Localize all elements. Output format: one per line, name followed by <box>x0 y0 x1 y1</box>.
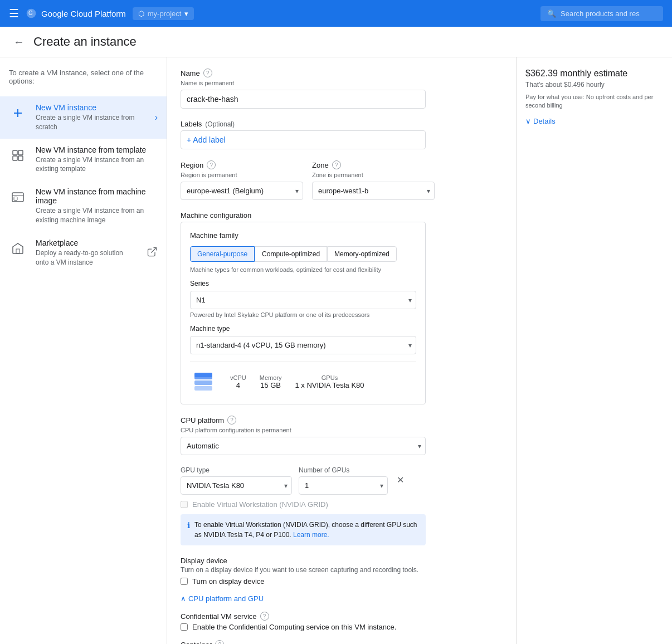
container-help-icon[interactable]: ? <box>215 640 224 644</box>
svg-rect-5 <box>13 156 17 160</box>
display-device-checkbox[interactable] <box>181 578 188 585</box>
svg-rect-14 <box>194 380 212 385</box>
chevron-down-icon: ∨ <box>525 117 531 125</box>
machine-family-tabs: General-purpose Compute-optimized Memory… <box>190 246 416 262</box>
memory-spec: Memory 15 GB <box>260 374 282 389</box>
confidential-help-icon[interactable]: ? <box>260 612 269 621</box>
enable-vws-checkbox[interactable] <box>181 501 188 508</box>
vm-template-title: New VM instance from template <box>36 145 158 154</box>
menu-icon[interactable]: ☰ <box>9 7 19 20</box>
display-device-title: Display device <box>181 557 503 565</box>
tab-memory-optimized[interactable]: Memory-optimized <box>327 246 397 262</box>
vm-template-content: New VM instance from template Create a s… <box>36 145 158 174</box>
machine-config-box: Machine family General-purpose Compute-o… <box>181 222 426 404</box>
remove-gpu-button[interactable]: ✕ <box>395 472 406 487</box>
sidebar-item-vm-image[interactable]: New VM instance from machine image Creat… <box>0 180 167 232</box>
cost-details-link[interactable]: ∨ Details <box>525 117 663 125</box>
svg-rect-7 <box>18 156 23 160</box>
learn-more-link[interactable]: Learn more. <box>293 531 329 539</box>
vcpu-spec: vCPU 4 <box>230 374 246 389</box>
enable-vws-row: Enable Virtual Workstation (NVIDIA GRID) <box>181 500 503 509</box>
main-layout: To create a VM instance, select one of t… <box>0 57 672 644</box>
num-gpus-select-wrap: 1 ▾ <box>299 476 388 495</box>
display-device-checkbox-row: Turn on display device <box>181 577 503 586</box>
project-name: my-project <box>148 9 182 18</box>
display-device-section: Display device Turn on a display device … <box>181 557 503 586</box>
name-help-icon[interactable]: ? <box>203 69 212 77</box>
container-title: Container ? <box>181 640 503 644</box>
marketplace-desc: Deploy a ready-to-go solution onto a VM … <box>36 248 138 267</box>
zone-select[interactable]: europe-west1-b <box>312 182 435 200</box>
search-bar[interactable]: 🔍 Search products and res <box>540 6 663 21</box>
confidential-checkbox[interactable] <box>181 623 188 631</box>
num-gpus-select[interactable]: 1 <box>299 476 388 495</box>
gpu-type-select[interactable]: NVIDIA Tesla K80 <box>181 476 292 495</box>
chevron-right-icon: › <box>155 113 158 123</box>
svg-rect-13 <box>194 386 212 391</box>
marketplace-title: Marketplace <box>36 238 138 247</box>
project-dots: ⬡ <box>138 9 144 18</box>
sidebar-item-marketplace[interactable]: Marketplace Deploy a ready-to-go solutio… <box>0 232 167 274</box>
confidential-checkbox-row: Enable the Confidential Computing servic… <box>181 623 503 631</box>
labels-optional: (Optional) <box>205 120 235 128</box>
project-selector[interactable]: ⬡ my-project ▾ <box>133 7 194 20</box>
gpus-label: GPUs <box>295 374 364 381</box>
series-select-wrap: N1 ▾ <box>190 291 416 309</box>
region-sublabel: Region is permanent <box>181 172 303 178</box>
svg-rect-11 <box>16 249 20 253</box>
cpu-platform-select[interactable]: Automatic <box>181 437 426 455</box>
machine-config-label: Machine configuration <box>181 211 503 219</box>
tab-general-purpose[interactable]: General-purpose <box>190 246 255 262</box>
region-help-icon[interactable]: ? <box>207 160 216 169</box>
zone-field: Zone ? Zone is permanent europe-west1-b … <box>312 160 435 200</box>
machine-family-label: Machine family <box>190 231 416 240</box>
gpu-type-field: GPU type NVIDIA Tesla K80 ▾ <box>181 466 292 495</box>
gpus-spec: GPUs 1 x NVIDIA Tesla K80 <box>295 374 364 389</box>
region-select[interactable]: europe-west1 (Belgium) <box>181 182 303 200</box>
marketplace-icon <box>9 240 27 257</box>
svg-line-12 <box>151 248 156 253</box>
template-icon <box>9 147 27 164</box>
gcp-title: Google Cloud Platform <box>41 9 126 18</box>
labels-label: Labels (Optional) <box>181 120 503 128</box>
svg-rect-6 <box>18 150 23 155</box>
memory-value: 15 GB <box>260 381 282 389</box>
gpus-value: 1 x NVIDIA Tesla K80 <box>295 381 364 389</box>
sidebar-item-vm-template[interactable]: New VM instance from template Create a s… <box>0 139 167 181</box>
series-select[interactable]: N1 <box>190 291 416 309</box>
vm-image-desc: Create a single VM instance from an exis… <box>36 206 158 225</box>
new-vm-title: New VM instance <box>36 103 146 112</box>
gpu-section: GPU type NVIDIA Tesla K80 ▾ Number of GP… <box>181 466 503 545</box>
top-navigation: ☰ G Google Cloud Platform ⬡ my-project ▾… <box>0 0 672 27</box>
back-icon[interactable]: ← <box>13 36 25 48</box>
confidential-label: Enable the Confidential Computing servic… <box>192 623 396 631</box>
svg-rect-16 <box>194 373 212 377</box>
num-gpus-label: Number of GPUs <box>299 466 388 474</box>
cost-note: Pay for what you use: No upfront costs a… <box>525 93 663 110</box>
monthly-estimate: $362.39 monthly estimate <box>525 69 663 79</box>
cpu-gpu-collapse-link[interactable]: ∧ CPU platform and GPU <box>181 594 503 603</box>
vcpu-value: 4 <box>230 381 246 389</box>
page-title: Create an instance <box>33 35 137 49</box>
machine-specs: vCPU 4 Memory 15 GB GPUs 1 x NVIDIA Tesl… <box>190 361 416 395</box>
zone-help-icon[interactable]: ? <box>332 160 341 169</box>
cpu-platform-title: CPU platform ? <box>181 416 503 425</box>
add-label-button[interactable]: + Add label <box>181 130 426 149</box>
name-input[interactable] <box>181 90 426 109</box>
display-device-desc: Turn on a display device if you want to … <box>181 566 503 574</box>
cpu-platform-help-icon[interactable]: ? <box>227 416 236 425</box>
region-label: Region ? <box>181 160 303 169</box>
sidebar-item-new-vm[interactable]: New VM instance Create a single VM insta… <box>0 96 167 139</box>
tab-compute-optimized[interactable]: Compute-optimized <box>255 246 327 262</box>
vws-info-box: ℹ To enable Virtual Workstation (NVIDIA … <box>181 514 426 545</box>
new-vm-content: New VM instance Create a single VM insta… <box>36 103 146 132</box>
vws-info-text: To enable Virtual Workstation (NVIDIA GR… <box>194 520 419 540</box>
gpu-row: GPU type NVIDIA Tesla K80 ▾ Number of GP… <box>181 466 503 495</box>
name-sublabel: Name is permanent <box>181 80 503 86</box>
machine-type-label: Machine type <box>190 325 416 333</box>
zone-sublabel: Zone is permanent <box>312 172 435 178</box>
machine-type-select[interactable]: n1-standard-4 (4 vCPU, 15 GB memory) <box>190 336 416 354</box>
project-dropdown-icon[interactable]: ▾ <box>184 9 188 18</box>
memory-label: Memory <box>260 374 282 381</box>
name-label: Name ? <box>181 69 503 77</box>
